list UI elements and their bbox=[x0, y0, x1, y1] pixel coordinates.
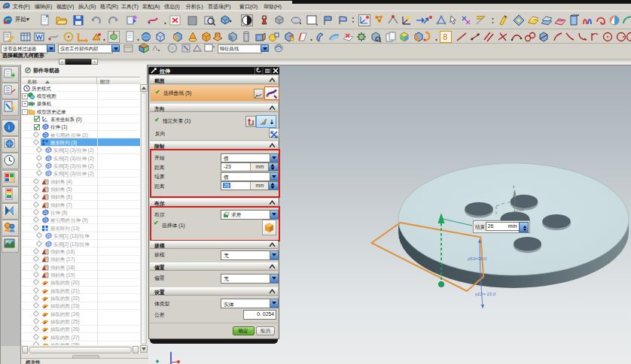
svg-text:p53=38.0: p53=38.0 bbox=[468, 256, 487, 261]
svg-text:p22=-23.0: p22=-23.0 bbox=[475, 292, 496, 296]
svg-text:8: 8 bbox=[444, 33, 448, 41]
svg-text:ZC 1: ZC 1 bbox=[517, 208, 524, 212]
